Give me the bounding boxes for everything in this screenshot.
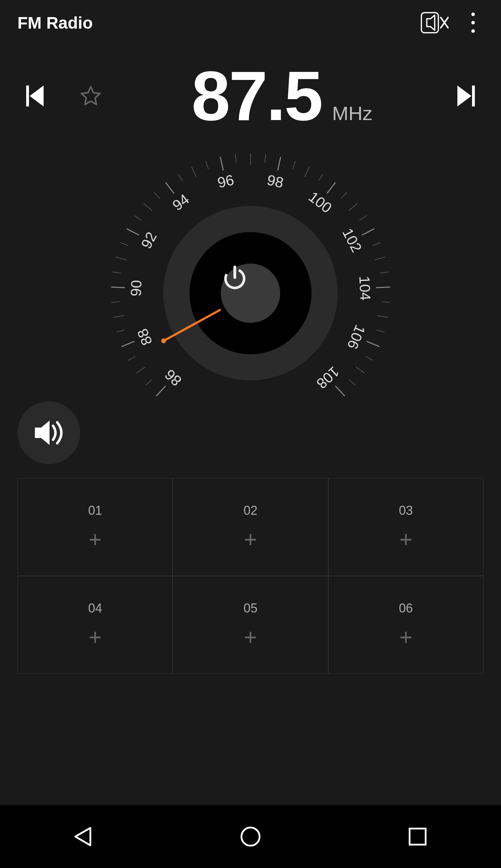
svg-line-43 [377, 316, 388, 318]
svg-line-29 [278, 157, 281, 170]
top-bar: FM Radio [0, 0, 501, 45]
svg-point-66 [241, 828, 260, 846]
svg-text:96: 96 [216, 171, 235, 191]
nav-back-button[interactable] [62, 816, 104, 858]
seek-prev-button[interactable] [21, 86, 49, 106]
nav-recent-icon [405, 824, 430, 849]
svg-line-6 [145, 380, 152, 385]
plus-icon: + [89, 528, 102, 551]
preset-label: 04 [88, 601, 102, 616]
plus-icon: + [399, 528, 412, 551]
system-nav-bar [0, 805, 501, 868]
svg-line-42 [381, 302, 390, 303]
svg-line-18 [134, 216, 141, 220]
nav-recent-button[interactable] [397, 816, 439, 858]
preset-slot-6[interactable]: 06 + [328, 576, 484, 674]
power-icon [221, 264, 249, 291]
seek-next-button[interactable] [452, 86, 480, 106]
svg-line-19 [144, 203, 152, 211]
svg-line-24 [205, 161, 208, 169]
svg-line-11 [113, 316, 124, 318]
svg-line-26 [235, 154, 236, 163]
svg-line-16 [120, 243, 128, 246]
tuning-dial-area: 86889092949698100102104106108 [0, 136, 501, 387]
seek-next-icon [457, 86, 475, 106]
preset-label: 03 [399, 503, 413, 518]
svg-rect-0 [421, 13, 439, 32]
preset-slot-1[interactable]: 01 + [17, 478, 173, 576]
svg-line-39 [374, 257, 385, 260]
svg-line-47 [356, 367, 365, 373]
svg-line-5 [156, 386, 166, 396]
svg-text:98: 98 [266, 171, 285, 191]
plus-icon: + [244, 626, 257, 648]
svg-text:106: 106 [344, 322, 368, 351]
svg-line-14 [113, 272, 121, 273]
svg-text:108: 108 [313, 363, 342, 392]
preset-grid: 01 + 02 + 03 + 04 + 05 + 06 + [17, 478, 484, 674]
svg-line-33 [327, 183, 335, 194]
svg-line-22 [178, 174, 182, 181]
svg-line-46 [366, 356, 373, 361]
svg-text:90: 90 [127, 280, 144, 297]
svg-line-12 [111, 302, 120, 303]
preset-slot-3[interactable]: 03 + [328, 478, 484, 576]
speaker-button[interactable] [17, 401, 80, 464]
svg-line-20 [154, 192, 160, 198]
mute-icon [421, 10, 449, 35]
power-button[interactable] [221, 264, 280, 323]
preset-slot-5[interactable]: 05 + [173, 576, 328, 674]
preset-label: 01 [88, 503, 102, 518]
svg-line-21 [165, 183, 174, 194]
svg-line-31 [305, 166, 310, 177]
preset-slot-4[interactable]: 04 + [17, 576, 173, 674]
nav-home-button[interactable] [230, 816, 271, 858]
frequency-display: 87.5 MHz [112, 61, 452, 131]
svg-line-34 [341, 192, 347, 198]
svg-line-49 [335, 386, 345, 396]
tuning-dial[interactable]: 86889092949698100102104106108 [107, 150, 394, 436]
svg-line-48 [349, 380, 356, 385]
nav-home-icon [238, 824, 263, 849]
svg-line-8 [128, 356, 135, 361]
svg-line-30 [293, 161, 296, 169]
overflow-menu-button[interactable] [463, 9, 484, 37]
svg-line-37 [362, 229, 374, 235]
favorite-button[interactable] [70, 85, 112, 107]
svg-text:102: 102 [339, 225, 365, 255]
svg-text:94: 94 [169, 191, 192, 214]
seek-prev-icon [26, 86, 44, 106]
svg-line-45 [367, 341, 380, 347]
svg-line-9 [121, 341, 134, 347]
star-icon [80, 85, 102, 107]
svg-line-38 [373, 243, 380, 246]
frequency-value: 87.5 [192, 61, 322, 131]
svg-line-44 [376, 330, 384, 332]
preset-label: 06 [399, 601, 413, 616]
svg-text:100: 100 [306, 188, 335, 216]
plus-icon: + [89, 626, 102, 648]
speaker-icon [31, 417, 66, 448]
svg-text:104: 104 [356, 276, 374, 301]
preset-label: 05 [244, 601, 257, 616]
preset-slot-2[interactable]: 02 + [173, 478, 328, 576]
svg-line-10 [117, 330, 125, 332]
svg-point-63 [161, 339, 166, 343]
svg-text:88: 88 [134, 326, 155, 348]
svg-text:92: 92 [138, 229, 160, 251]
kebab-icon [471, 13, 475, 16]
svg-line-7 [136, 367, 145, 373]
mute-button[interactable] [421, 9, 449, 37]
svg-line-13 [111, 287, 125, 288]
svg-line-23 [192, 166, 196, 177]
plus-icon: + [244, 528, 257, 551]
svg-line-32 [319, 174, 323, 181]
app-title: FM Radio [17, 13, 421, 32]
svg-rect-1 [26, 86, 29, 106]
svg-line-15 [116, 257, 127, 260]
plus-icon: + [399, 626, 412, 648]
svg-line-41 [376, 287, 390, 288]
svg-line-36 [360, 216, 367, 220]
svg-rect-67 [410, 829, 426, 845]
svg-line-40 [380, 272, 389, 273]
